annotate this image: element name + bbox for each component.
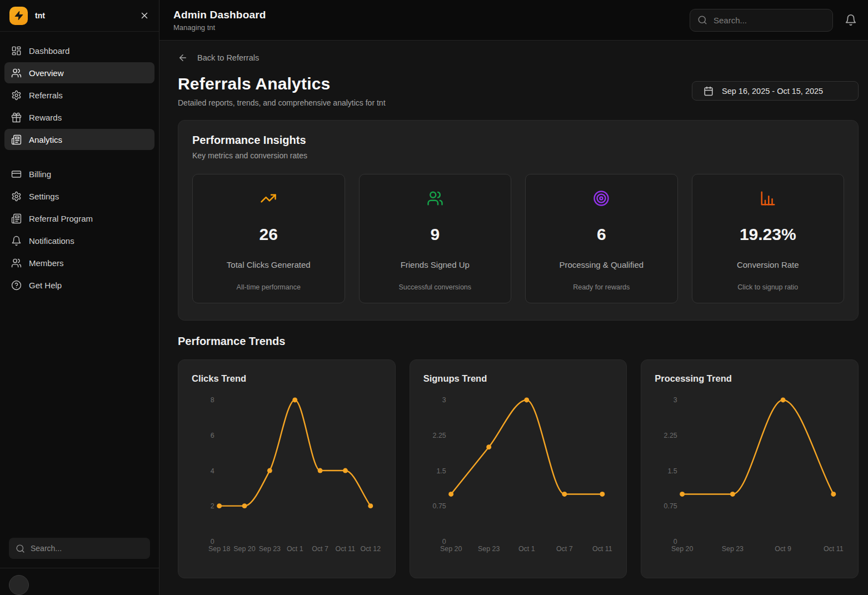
- x-axis-tick: Oct 11: [592, 545, 612, 553]
- chart-card-clicks-trend: Clicks Trend02468Sep 18Sep 20Sep 23Oct 1…: [178, 359, 396, 578]
- arrow-left-icon: [178, 53, 188, 63]
- x-axis-tick: Oct 12: [361, 545, 381, 553]
- chart-title: Processing Trend: [655, 373, 845, 384]
- data-point: [562, 492, 567, 497]
- metric-value: 19.23%: [740, 225, 796, 244]
- notifications-button[interactable]: [845, 14, 857, 26]
- nav-group-divider: [4, 151, 154, 163]
- insights-subtitle: Key metrics and conversion rates: [192, 151, 844, 160]
- y-axis-tick: 8: [211, 396, 214, 404]
- user-avatar[interactable]: [9, 575, 29, 595]
- data-point: [343, 468, 348, 473]
- sidebar-nav: DashboardOverviewReferralsRewardsAnalyti…: [0, 32, 159, 297]
- users-icon: [11, 68, 22, 78]
- brand-logo: [9, 7, 28, 25]
- chart-card-processing-trend: Processing Trend00.751.52.253Sep 20Sep 2…: [641, 359, 859, 578]
- sidebar-item-rewards[interactable]: Rewards: [4, 107, 154, 128]
- data-point: [242, 503, 247, 508]
- sidebar-search-input[interactable]: [31, 544, 143, 553]
- sidebar-header: tnt: [0, 0, 159, 32]
- search-icon: [16, 544, 25, 553]
- y-axis-tick: 3: [674, 396, 677, 404]
- y-axis-tick: 0: [674, 538, 677, 546]
- bar-chart-icon: [760, 190, 776, 207]
- sidebar-item-analytics[interactable]: Analytics: [4, 129, 154, 150]
- data-point: [448, 492, 453, 497]
- y-axis-tick: 6: [211, 432, 214, 439]
- metric-sublabel: Click to signup ratio: [737, 283, 798, 291]
- sidebar-item-overview[interactable]: Overview: [4, 62, 154, 83]
- sidebar-item-referral-program[interactable]: Referral Program: [4, 208, 154, 229]
- data-point: [524, 397, 529, 402]
- receipt-icon: [11, 213, 22, 224]
- y-axis-tick: 3: [442, 396, 446, 404]
- x-axis-tick: Sep 23: [259, 545, 281, 553]
- sidebar-item-label: Overview: [29, 68, 64, 78]
- search-icon: [697, 15, 707, 25]
- sidebar-item-label: Notifications: [29, 236, 74, 246]
- metric-card: 26Total Clicks GeneratedAll-time perform…: [192, 174, 345, 303]
- sidebar-item-label: Rewards: [29, 113, 62, 122]
- x-axis-tick: Sep 20: [440, 545, 462, 553]
- y-axis-tick: 2.25: [432, 432, 446, 439]
- sidebar-item-dashboard[interactable]: Dashboard: [4, 40, 154, 61]
- gear-icon: [11, 191, 22, 202]
- close-icon: [139, 11, 149, 21]
- y-axis-tick: 0.75: [432, 502, 446, 510]
- insights-title: Performance Insights: [192, 134, 844, 147]
- sidebar-item-referrals[interactable]: Referrals: [4, 84, 154, 106]
- page-title: Referrals Analytics: [178, 74, 386, 93]
- x-axis-tick: Sep 20: [233, 545, 255, 553]
- gear-icon: [11, 90, 22, 101]
- sidebar-item-get-help[interactable]: Get Help: [4, 274, 154, 296]
- metric-label: Total Clicks Generated: [227, 260, 311, 269]
- performance-insights-card: Performance Insights Key metrics and con…: [178, 120, 859, 321]
- zap-icon: [14, 11, 24, 21]
- sidebar-close-button[interactable]: [139, 11, 149, 21]
- metric-card: 6Processing & QualifiedReady for rewards: [525, 174, 678, 303]
- sidebar-item-members[interactable]: Members: [4, 252, 154, 273]
- metric-label: Friends Signed Up: [401, 260, 470, 269]
- sidebar-item-label: Referrals: [29, 91, 63, 100]
- y-axis-tick: 2: [211, 502, 214, 510]
- line-chart: 00.751.52.253Sep 20Sep 23Oct 1Oct 7Oct 1…: [423, 391, 613, 561]
- y-axis-tick: 1.5: [668, 467, 677, 475]
- help-icon: [11, 280, 22, 291]
- back-to-referrals-link[interactable]: Back to Referrals: [178, 53, 259, 63]
- data-point: [267, 468, 272, 473]
- data-point: [831, 492, 836, 497]
- header-search-input[interactable]: [714, 16, 825, 25]
- page-subtitle: Detailed reports, trends, and comprehens…: [178, 98, 386, 107]
- brand-name: tnt: [35, 11, 45, 20]
- main-area: Admin Dashboard Managing tnt Back to Ref…: [159, 0, 868, 595]
- sidebar-item-settings[interactable]: Settings: [4, 186, 154, 207]
- date-range-button[interactable]: Sep 16, 2025 - Oct 15, 2025: [692, 81, 859, 101]
- y-axis-tick: 4: [211, 467, 214, 475]
- y-axis-tick: 0: [442, 538, 446, 546]
- data-point: [781, 397, 786, 402]
- date-range-label: Sep 16, 2025 - Oct 15, 2025: [722, 87, 823, 96]
- chart-title: Signups Trend: [423, 373, 613, 384]
- data-point: [486, 444, 491, 449]
- data-point: [730, 492, 735, 497]
- sidebar-item-billing[interactable]: Billing: [4, 163, 154, 184]
- y-axis-tick: 0.75: [664, 502, 677, 510]
- data-point: [292, 397, 297, 402]
- sidebar-search: [9, 538, 150, 559]
- back-link-label: Back to Referrals: [197, 53, 259, 62]
- sidebar-item-notifications[interactable]: Notifications: [4, 230, 154, 251]
- metric-card: 9Friends Signed UpSuccessful conversions: [359, 174, 512, 303]
- target-icon: [593, 190, 610, 207]
- data-point: [368, 503, 373, 508]
- data-point: [217, 503, 222, 508]
- calendar-icon: [704, 86, 714, 96]
- sidebar-footer: [0, 568, 159, 595]
- line-chart: 02468Sep 18Sep 20Sep 23Oct 1Oct 7Oct 11O…: [192, 391, 382, 561]
- credit-card-icon: [11, 169, 22, 179]
- chart-card-signups-trend: Signups Trend00.751.52.253Sep 20Sep 23Oc…: [410, 359, 627, 578]
- x-axis-tick: Sep 23: [478, 545, 500, 553]
- app-title: Admin Dashboard: [173, 9, 266, 21]
- sidebar: tnt DashboardOverviewReferralsRewardsAna…: [0, 0, 159, 595]
- sidebar-item-label: Referral Program: [29, 214, 93, 223]
- x-axis-tick: Sep 18: [208, 545, 230, 553]
